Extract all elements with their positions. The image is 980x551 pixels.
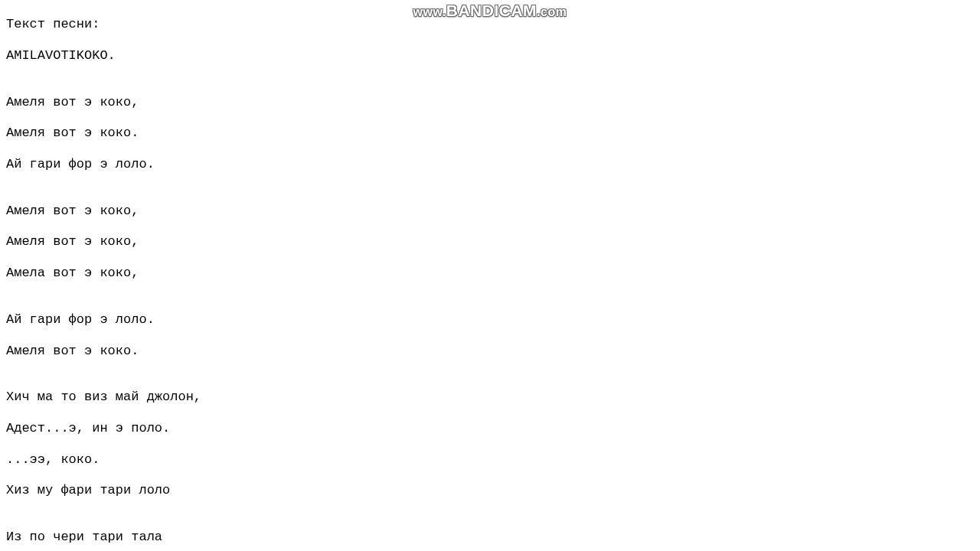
lyrics-line: Ай гари фор э лоло.: [6, 157, 980, 172]
lyrics-line: Амеля вот э коко.: [6, 344, 980, 359]
lyrics-line: Адест...э, ин э поло.: [6, 421, 980, 436]
lyrics-line: Ай гари фор э лоло.: [6, 312, 980, 328]
lyrics-line: Амеля вот э коко,: [6, 95, 980, 110]
lyrics-line: Из по чери тари тала: [6, 530, 980, 545]
lyrics-header: Текст песни:: [6, 17, 980, 32]
lyrics-line: Хиз му фари тари лоло: [6, 483, 980, 498]
lyrics-line: Хич ма то виз май джолон,: [6, 390, 980, 405]
lyrics-line: Амеля вот э коко,: [6, 234, 980, 249]
lyrics-line: ...ээ, коко.: [6, 452, 980, 468]
lyrics-line: Амела вот э коко,: [6, 266, 980, 281]
lyrics-title: AMILAVOTIKOKO.: [6, 48, 980, 64]
lyrics-line: Амеля вот э коко,: [6, 204, 980, 219]
lyrics-body: Текст песни: AMILAVOTIKOKO. Амеля вот э …: [0, 0, 980, 551]
lyrics-line: Амеля вот э коко.: [6, 126, 980, 141]
